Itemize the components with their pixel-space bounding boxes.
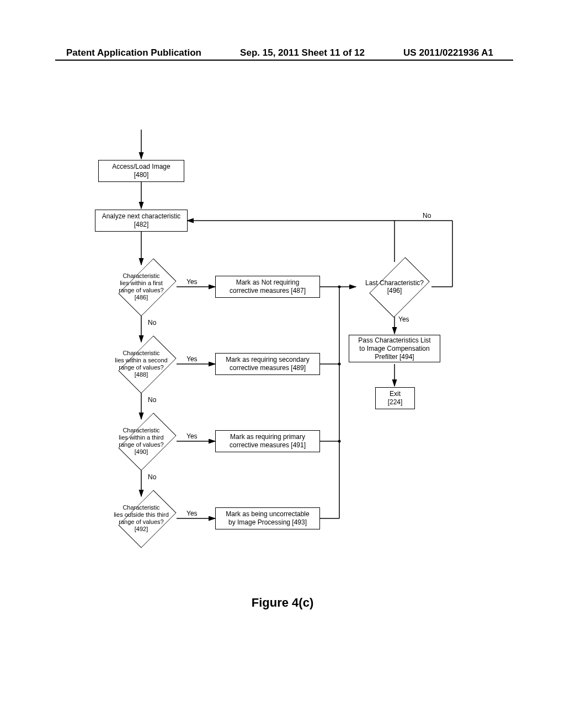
node-ref: Prefilter [494] bbox=[375, 353, 414, 361]
node-text: lies within a third bbox=[119, 434, 163, 441]
box-analyze-482: Analyze next characteristic [482] bbox=[95, 210, 188, 232]
node-ref: corrective measures [491] bbox=[230, 441, 306, 449]
node-text: Exit bbox=[390, 390, 401, 398]
node-text: lies within a second bbox=[115, 357, 167, 364]
node-text: range of values? bbox=[119, 364, 163, 371]
edge-yes: Yes bbox=[186, 432, 198, 440]
node-ref: [480] bbox=[134, 171, 149, 179]
node-text: Mark as being uncorrectable bbox=[226, 510, 309, 518]
node-text: Access/Load Image bbox=[112, 163, 170, 171]
figure-label: Figure 4(c) bbox=[0, 596, 565, 610]
decision-outside-range-492: Characteristic lies outside this third r… bbox=[106, 496, 177, 540]
node-ref: [482] bbox=[134, 221, 149, 229]
node-ref: corrective measures [489] bbox=[230, 364, 306, 372]
node-text: Characteristic bbox=[122, 272, 159, 280]
node-text: lies outside this third bbox=[114, 511, 169, 518]
box-mark-not-req-487: Mark as Not requiring corrective measure… bbox=[215, 276, 320, 298]
node-text: lies within a first bbox=[120, 280, 163, 287]
node-text: Characteristic bbox=[122, 427, 159, 434]
node-text: to Image Compensation bbox=[359, 345, 429, 353]
box-access-load-480: Access/Load Image [480] bbox=[98, 160, 184, 182]
svg-point-15 bbox=[338, 286, 341, 288]
edge-yes: Yes bbox=[186, 510, 198, 517]
box-mark-primary-491: Mark as requiring primary corrective mea… bbox=[215, 430, 320, 452]
edge-yes: Yes bbox=[186, 355, 198, 363]
box-pass-list-494: Pass Characteristics List to Image Compe… bbox=[349, 335, 440, 362]
decision-first-range-486: Characteristic lies within a first range… bbox=[106, 265, 177, 309]
node-text: Characteristic bbox=[122, 350, 159, 357]
page: Patent Application Publication Sep. 15, … bbox=[0, 0, 565, 728]
header-right: US 2011/0221936 A1 bbox=[403, 47, 493, 58]
doc-header: Patent Application Publication Sep. 15, … bbox=[0, 47, 565, 58]
node-ref: [492] bbox=[135, 526, 148, 533]
decision-third-range-490: Characteristic lies within a third range… bbox=[106, 419, 177, 463]
node-text: range of values? bbox=[119, 441, 163, 448]
node-text: range of values? bbox=[119, 518, 163, 526]
svg-point-17 bbox=[338, 440, 341, 443]
node-ref: corrective measures [487] bbox=[230, 287, 306, 295]
box-mark-uncorrectable-493: Mark as being uncorrectable by Image Pro… bbox=[215, 507, 320, 529]
node-text: Analyze next characteristic bbox=[102, 212, 181, 221]
svg-point-16 bbox=[338, 363, 341, 366]
header-rule bbox=[55, 60, 513, 61]
node-text: Pass Characteristics List bbox=[358, 336, 430, 345]
node-ref: [224] bbox=[388, 398, 403, 406]
node-text: range of values? bbox=[119, 287, 163, 294]
header-middle: Sep. 15, 2011 Sheet 11 of 12 bbox=[240, 47, 365, 58]
box-exit-224: Exit [224] bbox=[375, 387, 415, 409]
node-text: Last Characteristic? bbox=[365, 279, 424, 287]
node-ref: [490] bbox=[135, 448, 148, 456]
edge-no: No bbox=[148, 319, 156, 326]
node-text: Characteristic bbox=[122, 504, 159, 511]
edge-yes: Yes bbox=[186, 278, 198, 286]
node-text: Mark as Not requiring bbox=[236, 279, 300, 287]
node-ref: [488] bbox=[135, 371, 148, 378]
decision-second-range-488: Characteristic lies within a second rang… bbox=[106, 342, 177, 386]
edge-no: No bbox=[148, 473, 156, 481]
node-ref: by Image Processing [493] bbox=[228, 518, 307, 527]
edge-no: No bbox=[423, 212, 431, 220]
node-text: Mark as requiring primary bbox=[230, 433, 305, 441]
node-ref: [496] bbox=[387, 287, 402, 295]
box-mark-secondary-489: Mark as requiring secondary corrective m… bbox=[215, 353, 320, 375]
edge-no: No bbox=[148, 396, 156, 404]
node-ref: [486] bbox=[135, 294, 148, 301]
header-left: Patent Application Publication bbox=[66, 47, 201, 58]
edge-yes: Yes bbox=[398, 315, 409, 323]
decision-last-characteristic-496: Last Characteristic? [496] bbox=[358, 263, 431, 311]
node-text: Mark as requiring secondary bbox=[226, 356, 309, 364]
